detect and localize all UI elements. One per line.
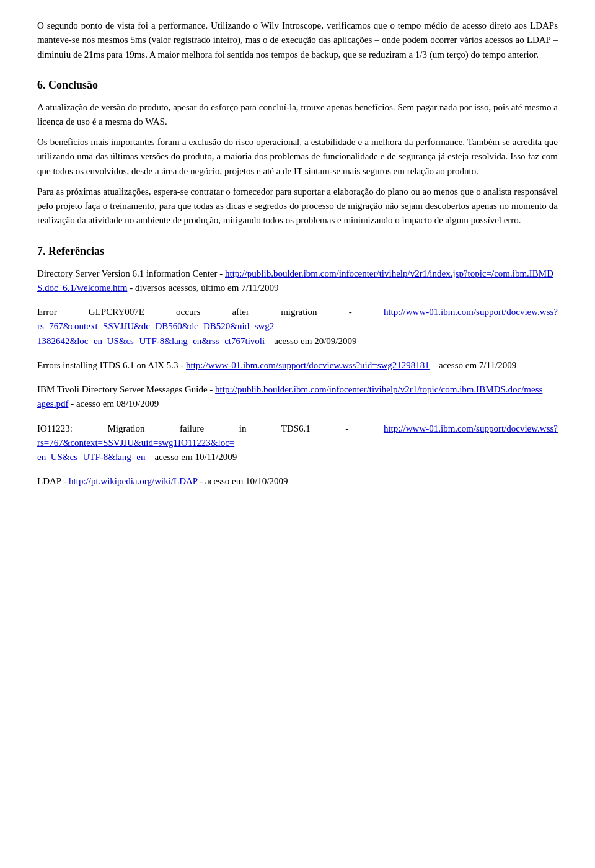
ref2-text-after: – acesso em 20/09/2009 <box>265 336 356 346</box>
ref5-text-after: – acesso em 10/11/2009 <box>145 452 237 462</box>
ref1-text-before: Directory Server Version 6.1 information… <box>37 268 225 278</box>
ref3-text-before: Errors installing ITDS 6.1 on AIX 5.3 - <box>37 360 186 370</box>
reference-5: IO11223: Migration failure in TDS6.1 - h… <box>37 422 558 465</box>
reference-3: Errors installing ITDS 6.1 on AIX 5.3 - … <box>37 358 558 373</box>
ref6-text-after: - acesso em 10/10/2009 <box>198 476 288 486</box>
ref1-text-after: - diversos acessos, último em 7/11/2009 <box>127 283 278 293</box>
ref4-text-after: - acesso em 08/10/2009 <box>68 399 159 409</box>
ref6-text-before: LDAP - <box>37 476 69 486</box>
intro-paragraph: O segundo ponto de vista foi a performan… <box>37 19 558 62</box>
reference-6: LDAP - http://pt.wikipedia.org/wiki/LDAP… <box>37 474 558 489</box>
section6-heading: 6. Conclusão <box>37 77 558 94</box>
section7-heading: 7. Referências <box>37 243 558 260</box>
reference-4: IBM Tivoli Directory Server Messages Gui… <box>37 383 558 412</box>
section6-para3: Para as próximas atualizações, espera-se… <box>37 185 558 228</box>
ref6-link1[interactable]: http://pt.wikipedia.org/wiki/LDAP <box>69 476 198 486</box>
ref3-text-after: – acesso em 7/11/2009 <box>430 360 516 370</box>
ref3-link1[interactable]: http://www-01.ibm.com/support/docview.ws… <box>186 360 430 370</box>
reference-1: Directory Server Version 6.1 information… <box>37 267 558 296</box>
reference-2: Error GLPCRY007E occurs after migration … <box>37 305 558 348</box>
ref2-text-before: Error GLPCRY007E occurs after migration … <box>37 307 384 317</box>
ref5-text-before: IO11223: Migration failure in TDS6.1 - <box>37 423 384 433</box>
section6-para2: Os benefícios mais importantes foram a e… <box>37 135 558 179</box>
ref4-text-before: IBM Tivoli Directory Server Messages Gui… <box>37 384 215 394</box>
section6-para1: A atualização de versão do produto, apes… <box>37 100 558 130</box>
